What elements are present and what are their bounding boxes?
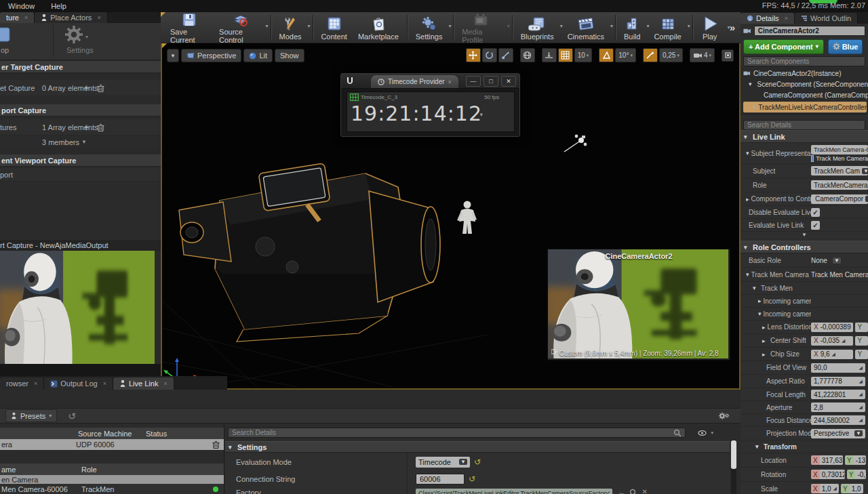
subject-row[interactable]: Men Camera-60006 TrackMen [0,484,224,494]
tab-live-link[interactable]: Live Link× [113,377,174,390]
grid-snap-value[interactable]: 10▾ [574,48,593,62]
gear-icon[interactable] [65,26,83,43]
marketplace-button[interactable]: Marketplace [353,12,404,43]
lens-distortion-x-field[interactable]: X-0,000389◢ [811,323,853,332]
play-button[interactable]: Play ▾ [696,12,730,43]
scale-snap-value[interactable]: 0,25▾ [659,48,683,62]
camera-speed-control[interactable]: 4▾ [690,48,715,62]
rotation-snap-button[interactable] [599,48,614,62]
tab-place-actors[interactable]: Place Actors× [35,12,107,23]
expander-icon[interactable]: ▸ [762,337,768,344]
translate-tool-button[interactable] [466,48,481,62]
reset-to-default-icon[interactable]: ↺ [474,457,481,467]
search-components-input[interactable] [743,56,865,66]
cinematics-button[interactable]: Cinematics ▾ [562,12,612,43]
section-current-viewport-capture[interactable]: ent Viewport Capture [0,155,161,167]
expander-icon[interactable]: ▸ [746,196,749,203]
subject-dropdown[interactable]: TrackMen Cam▼ [811,166,868,176]
minimize-button[interactable]: — [466,76,481,87]
section-role-controllers[interactable]: ▾Role Controllers [741,241,868,253]
connection-string-field[interactable] [416,474,465,485]
lens-distortion-y-field[interactable]: Y [855,323,868,332]
close-icon[interactable]: × [163,380,167,387]
section-render-target-capture[interactable]: er Target Capture [0,61,161,73]
aperture-field[interactable]: 2,8◢ [811,403,865,412]
perspective-button[interactable]: Perspective [181,49,241,62]
eye-icon[interactable] [698,430,707,436]
location-y-field[interactable]: Y-13,2 [845,455,866,465]
maximize-button[interactable]: □ [484,76,498,87]
close-icon[interactable]: × [448,79,452,85]
source-control-button[interactable]: Source Control ▾ [214,12,268,43]
world-local-toggle-button[interactable] [520,48,535,62]
subject-representation-field[interactable]: TrackMen Camera-60 [811,145,868,155]
subject-group-row[interactable]: en Camera [0,475,224,484]
trash-icon[interactable] [97,123,104,132]
close-icon[interactable]: × [785,15,788,22]
chip-size-y-field[interactable]: Y [855,350,868,359]
refresh-icon[interactable]: ↺ [68,411,76,421]
chip-size-x-field[interactable]: X9,6◢ [811,350,853,359]
expander-icon[interactable]: ▸ [758,297,762,304]
viewport-options-button[interactable]: ▼ [167,49,179,62]
scale-y-field[interactable]: Y1,0 [841,484,863,493]
save-current-button[interactable]: Save Current [165,12,214,43]
focal-length-field[interactable]: 41,222801◢ [811,390,865,399]
close-icon[interactable]: × [103,380,106,387]
actor-name-field[interactable] [754,26,865,36]
settings-gears-icon[interactable] [719,411,731,421]
scrollbar-thumb[interactable] [731,440,736,469]
modes-button[interactable]: Modes ▾ [273,12,309,43]
chevron-down-icon[interactable]: ▾ [728,24,730,30]
focus-distance-field[interactable]: 244,580002◢ [811,415,865,425]
section-viewport-capture[interactable]: port Capture [0,104,161,117]
evaluate-livelink-checkbox[interactable]: ✓ [811,221,820,230]
viewport[interactable]: ▼ Perspective Lit Show 10▾ 10°▾ 0,25▾ 4▾ [161,43,741,390]
expander-icon[interactable]: ▾ [758,310,762,317]
stop-icon[interactable] [0,26,12,43]
chevron-down-icon[interactable]: ▾ [507,23,510,29]
close-button[interactable]: ✕ [501,76,516,87]
compile-button[interactable]: Compile ▾ [648,12,689,43]
clear-icon[interactable]: ✕ [642,488,647,494]
tab-world-outliner[interactable]: World Outlin [795,13,858,24]
expander-icon[interactable]: ▾ [746,271,749,278]
center-shift-y-field[interactable]: Y [855,336,868,346]
source-row[interactable]: era UDP 60006 [0,439,224,450]
row-transform-header[interactable]: ▾Transform [741,440,868,453]
timecode-provider-window[interactable]: Timecode Provider × — □ ✕ Timecode_C_3 5… [340,73,520,137]
scale-tool-button[interactable] [498,48,513,62]
disable-evaluate-checkbox[interactable]: ✓ [811,208,820,217]
rotate-tool-button[interactable] [482,48,497,62]
presets-button[interactable]: Presets▾ [5,409,57,422]
close-icon[interactable]: × [34,380,37,387]
trash-icon[interactable] [97,84,104,93]
tree-item-livelink-controller[interactable]: TrackMenLiveLinkCameraController [743,102,867,112]
role-field[interactable]: TrackMenCameraRole [811,180,868,190]
expander-icon[interactable]: ▾ [749,81,752,87]
toolbar-overflow-button[interactable]: » [730,22,735,33]
tree-item-camera-component[interactable]: CameraComponent (CameraCompo [743,89,868,100]
evaluation-mode-dropdown[interactable]: Timecode▼ [416,457,470,468]
component-to-control-dropdown[interactable]: CameraCompor▼ [811,194,868,204]
show-flags-button[interactable]: Show [275,49,304,62]
lit-mode-button[interactable]: Lit [243,49,273,62]
add-element-icon[interactable]: + [84,83,89,93]
find-icon[interactable] [629,489,637,494]
rotation-snap-value[interactable]: 10°▾ [615,48,636,62]
chevron-down-icon[interactable]: ▾ [448,23,451,29]
add-component-button[interactable]: + Add Component▾ [743,39,824,54]
chevron-down-icon[interactable]: ▾ [308,23,311,29]
chevron-down-icon[interactable]: ▼ [81,139,87,145]
build-button[interactable]: Build ▾ [618,12,648,43]
tab-output-log[interactable]: Output Log× [44,377,113,390]
center-shift-x-field[interactable]: X-0,035◢ [811,336,853,346]
expander-icon[interactable]: ▸ [762,324,766,331]
tab-capture[interactable]: ture× [0,12,35,23]
section-live-link[interactable]: ▾Live Link [741,130,868,143]
pin-icon[interactable] [551,349,558,354]
search-details-input[interactable] [743,120,865,130]
tree-item-actor-instance[interactable]: CineCameraActor2(Instance) [743,68,868,79]
maximize-viewport-button[interactable] [722,49,734,62]
tab-timecode-provider[interactable]: Timecode Provider × [371,75,458,88]
